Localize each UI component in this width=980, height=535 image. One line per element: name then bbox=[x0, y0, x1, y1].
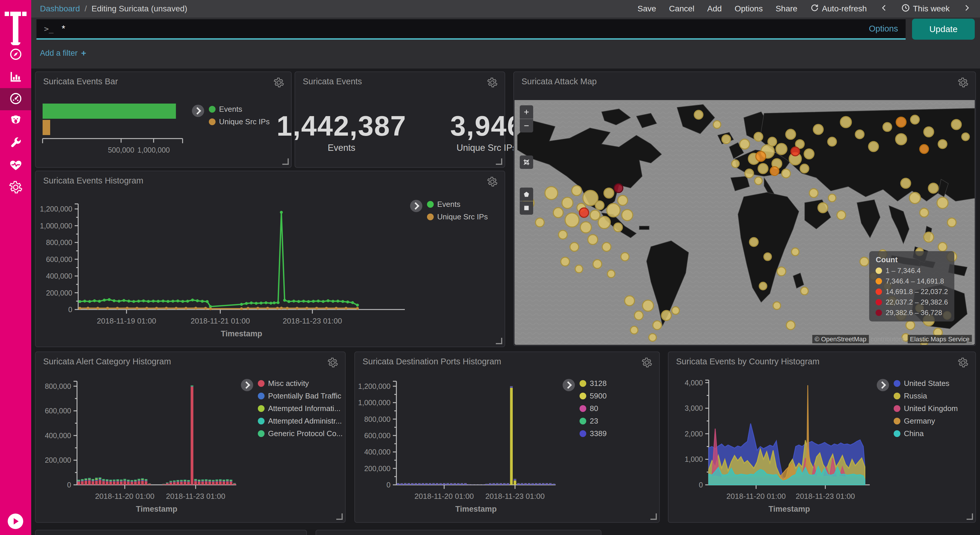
attack-dot bbox=[614, 223, 622, 232]
update-button[interactable]: Update bbox=[912, 19, 975, 40]
breadcrumb-dashboard-link[interactable]: Dashboard bbox=[40, 4, 80, 13]
panel-gear-icon[interactable] bbox=[274, 77, 284, 88]
legend-toggle-icon[interactable] bbox=[241, 379, 253, 391]
resize-handle[interactable] bbox=[336, 513, 343, 520]
crop-fit-icon[interactable] bbox=[520, 156, 533, 169]
legend-dot bbox=[427, 213, 434, 220]
legend-item[interactable]: Misc activity bbox=[258, 379, 343, 388]
svg-text:Timestamp: Timestamp bbox=[221, 330, 262, 338]
legend-item[interactable]: 80 bbox=[579, 404, 607, 413]
attack-dot bbox=[607, 270, 615, 278]
attack-dot bbox=[951, 119, 961, 129]
ems-attribution-link[interactable]: Elastic Maps Service bbox=[908, 335, 972, 343]
panel-stub[interactable] bbox=[35, 530, 307, 535]
panel-suricata-events-metric[interactable]: Suricata Events 1,442,387 Events 3,946 U… bbox=[294, 72, 505, 168]
panel-suricata-events-bar[interactable]: Suricata Events Bar 500,0001,000,000 Eve… bbox=[35, 72, 292, 168]
metric-unique-src-ips: 3,946 Unique Src IPs bbox=[450, 110, 523, 153]
panel-suricata-attack-map[interactable]: Suricata Attack Map bbox=[513, 72, 976, 346]
panel-title[interactable]: Suricata Attack Map bbox=[522, 77, 597, 86]
panel-gear-icon[interactable] bbox=[487, 77, 498, 88]
legend-item[interactable]: 23 bbox=[579, 417, 607, 426]
map-legend-item: 7,346.4 – 14,691.8 bbox=[876, 277, 948, 285]
svg-text:800,000: 800,000 bbox=[45, 382, 71, 390]
legend-item[interactable]: Events bbox=[209, 105, 269, 114]
panel-suricata-alert-category-histogram[interactable]: Suricata Alert Category Histogram 0200,0… bbox=[35, 352, 346, 523]
share-button[interactable]: Share bbox=[776, 4, 797, 13]
legend-label: Generic Protocol Co... bbox=[268, 429, 343, 438]
panel-suricata-events-by-country-histogram[interactable]: Suricata Events by Country Histogram 01,… bbox=[668, 352, 976, 523]
add-filter-link[interactable]: Add a filter + bbox=[40, 48, 86, 58]
draw-polygon-button[interactable] bbox=[520, 188, 533, 201]
legend-toggle-icon[interactable] bbox=[410, 200, 422, 212]
add-button[interactable]: Add bbox=[707, 4, 722, 13]
time-forward-button[interactable] bbox=[963, 3, 971, 14]
attack-dot bbox=[800, 164, 809, 173]
legend-item[interactable]: 3128 bbox=[579, 379, 607, 388]
svg-text:Timestamp: Timestamp bbox=[136, 505, 177, 513]
legend-toggle-icon[interactable] bbox=[877, 379, 889, 391]
save-button[interactable]: Save bbox=[638, 4, 656, 13]
osm-attribution-link[interactable]: © OpenStreetMap bbox=[812, 335, 869, 343]
legend-item[interactable]: Germany bbox=[894, 417, 958, 426]
svg-text:200,000: 200,000 bbox=[45, 456, 71, 464]
sidebar-item-visualize[interactable] bbox=[0, 66, 31, 88]
zoom-in-button[interactable] bbox=[520, 105, 533, 119]
panel-gear-icon[interactable] bbox=[958, 77, 968, 88]
legend-item[interactable]: China bbox=[894, 429, 958, 438]
sidebar-item-discover[interactable] bbox=[0, 44, 31, 66]
zoom-out-button[interactable] bbox=[520, 119, 533, 132]
legend-item[interactable]: Attempted Administr... bbox=[258, 417, 343, 426]
legend-item[interactable]: Russia bbox=[894, 392, 958, 401]
panel-title[interactable]: Suricata Events Bar bbox=[43, 77, 118, 86]
sidebar-item-bear[interactable] bbox=[0, 110, 31, 132]
toolbar-actions: Save Cancel Add Options Share Auto-refre… bbox=[638, 3, 971, 14]
resize-handle[interactable] bbox=[651, 513, 657, 520]
resize-handle[interactable] bbox=[967, 513, 973, 520]
legend-item[interactable]: United Kingdom bbox=[894, 404, 958, 413]
panel-suricata-events-histogram[interactable]: Suricata Events Histogram 0200,000400,00… bbox=[35, 170, 505, 347]
resize-handle[interactable] bbox=[967, 337, 973, 343]
destination-ports-chart: 0200,000400,000600,000800,0001,000,0001,… bbox=[355, 352, 659, 522]
attack-dot bbox=[856, 130, 864, 139]
legend-item[interactable]: Generic Protocol Co... bbox=[258, 429, 343, 438]
legend-item[interactable]: Unique Src IPs bbox=[209, 117, 269, 126]
world-map[interactable]: Count 1 – 7,346.47,346.4 – 14,691.814,69… bbox=[514, 100, 975, 345]
draw-rectangle-button[interactable] bbox=[520, 201, 533, 215]
legend-item[interactable]: 5900 bbox=[579, 392, 607, 401]
sidebar-item-monitoring[interactable] bbox=[0, 154, 31, 177]
time-picker-button[interactable]: This week bbox=[901, 3, 950, 14]
sidebar-item-devtools[interactable] bbox=[0, 132, 31, 154]
query-options-link[interactable]: Options bbox=[869, 24, 898, 33]
legend-item[interactable]: Unique Src IPs bbox=[427, 212, 488, 221]
sidebar-item-management[interactable] bbox=[0, 177, 31, 199]
legend-toggle-icon[interactable] bbox=[192, 105, 204, 117]
legend-item[interactable]: Attempted Informati... bbox=[258, 404, 343, 413]
legend-dot bbox=[894, 380, 900, 387]
cancel-button[interactable]: Cancel bbox=[669, 4, 694, 13]
legend-item[interactable]: United States bbox=[894, 379, 958, 388]
nav-collapse-button[interactable] bbox=[7, 513, 24, 530]
query-input[interactable]: >_ * Options bbox=[37, 19, 905, 40]
options-button[interactable]: Options bbox=[735, 4, 763, 13]
legend-item[interactable]: Events bbox=[427, 200, 488, 209]
time-back-button[interactable] bbox=[880, 3, 888, 14]
panel-suricata-destination-ports-histogram[interactable]: Suricata Destination Ports Histogram 020… bbox=[355, 352, 660, 523]
resize-handle[interactable] bbox=[496, 158, 502, 165]
attack-dot bbox=[937, 197, 948, 208]
sidebar-item-dashboard[interactable] bbox=[0, 88, 31, 110]
attack-dot bbox=[768, 137, 777, 146]
resize-handle[interactable] bbox=[496, 338, 502, 344]
attack-dot bbox=[553, 208, 563, 218]
panel-stub[interactable] bbox=[316, 530, 601, 535]
query-value: * bbox=[62, 24, 65, 34]
attack-dot bbox=[928, 183, 938, 193]
attack-dot bbox=[837, 211, 846, 220]
map-legend-item: 22,037.2 – 29,382.6 bbox=[876, 298, 948, 306]
legend-item[interactable]: Potentially Bad Traffic bbox=[258, 392, 343, 401]
panel-title[interactable]: Suricata Events bbox=[303, 77, 362, 86]
svg-text:600,000: 600,000 bbox=[364, 432, 391, 439]
legend-item[interactable]: 3389 bbox=[579, 429, 607, 438]
auto-refresh-button[interactable]: Auto-refresh bbox=[810, 3, 867, 14]
legend-toggle-icon[interactable] bbox=[563, 379, 575, 391]
resize-handle[interactable] bbox=[282, 158, 289, 165]
